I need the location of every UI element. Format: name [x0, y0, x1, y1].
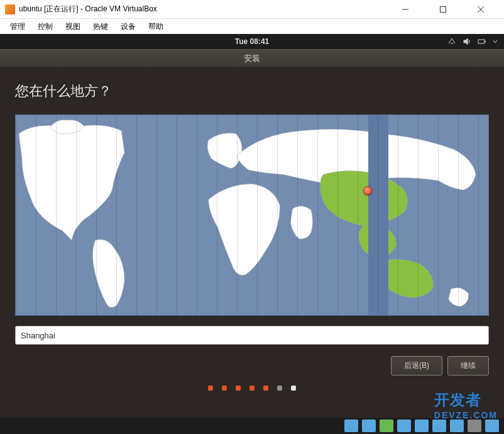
network-icon[interactable]: [447, 37, 456, 46]
volume-icon[interactable]: [463, 37, 471, 46]
menu-manage[interactable]: 管理: [5, 20, 30, 33]
virtualbox-statusbar: [0, 418, 504, 434]
hd-icon[interactable]: [344, 420, 358, 432]
svg-rect-5: [485, 41, 486, 42]
window-titlebar: ubuntu [正在运行] - Oracle VM VirtualBox: [0, 0, 504, 19]
china-region: [320, 171, 408, 226]
clock[interactable]: Tue 08:41: [235, 37, 269, 46]
menu-help[interactable]: 帮助: [143, 20, 168, 33]
window-title: ubuntu [正在运行] - Oracle VM VirtualBox: [19, 4, 392, 14]
watermark-line1: 开发者: [434, 390, 498, 410]
dot: [222, 386, 227, 391]
back-button[interactable]: 后退(B): [391, 356, 442, 376]
menu-control[interactable]: 控制: [33, 20, 58, 33]
optical-icon[interactable]: [362, 420, 376, 432]
watermark: 开发者 DEVZE.COM: [434, 390, 498, 420]
virtualbox-icon: [5, 4, 15, 14]
cpu-icon[interactable]: [485, 420, 499, 432]
dot: [277, 386, 282, 391]
continue-button[interactable]: 继续: [447, 356, 489, 376]
minimize-button[interactable]: [392, 1, 419, 18]
installer-heading: 您在什么地方？: [15, 82, 489, 101]
watermark-line2: DEVZE.COM: [434, 410, 498, 420]
menu-hotkeys[interactable]: 热键: [88, 20, 113, 33]
dot-current: [291, 386, 296, 391]
system-tray[interactable]: [447, 37, 498, 46]
vm-display: Tue 08:41 安装 您在什么地方？ for(let i=0;i<24;i+…: [0, 34, 504, 434]
installer-body: 您在什么地方？ for(let i=0;i<24;i++)document.wr…: [0, 67, 504, 418]
menubar: 管理 控制 视图 热键 设备 帮助: [0, 19, 504, 34]
dot: [249, 386, 255, 391]
maximize-button[interactable]: [430, 1, 456, 18]
location-pin: [363, 186, 372, 195]
chevron-down-icon[interactable]: [493, 39, 498, 44]
window-controls: [392, 1, 499, 18]
dot: [263, 386, 268, 391]
button-row: 后退(B) 继续: [15, 356, 489, 376]
svg-rect-1: [441, 6, 446, 12]
display-icon[interactable]: [450, 420, 464, 432]
network-status-icon[interactable]: [397, 420, 411, 432]
svg-rect-4: [478, 40, 485, 43]
menu-view[interactable]: 视图: [60, 20, 85, 33]
timezone-map[interactable]: for(let i=0;i<24;i++)document.write('<di…: [15, 114, 489, 316]
installer-titlebar: 安装: [0, 49, 504, 67]
menu-devices[interactable]: 设备: [116, 20, 141, 33]
recording-icon[interactable]: [468, 420, 481, 432]
dot: [208, 386, 213, 391]
close-button[interactable]: [468, 1, 494, 18]
progress-dots: [15, 386, 489, 391]
dot: [236, 386, 241, 391]
ubuntu-topbar: Tue 08:41: [0, 34, 504, 49]
battery-icon[interactable]: [478, 37, 486, 46]
shared-folder-icon[interactable]: [432, 420, 446, 432]
installer-title: 安装: [244, 53, 260, 64]
location-input[interactable]: [15, 326, 489, 345]
audio-icon[interactable]: [380, 420, 393, 432]
timezone-highlight: [368, 115, 388, 315]
usb-icon[interactable]: [415, 420, 429, 432]
